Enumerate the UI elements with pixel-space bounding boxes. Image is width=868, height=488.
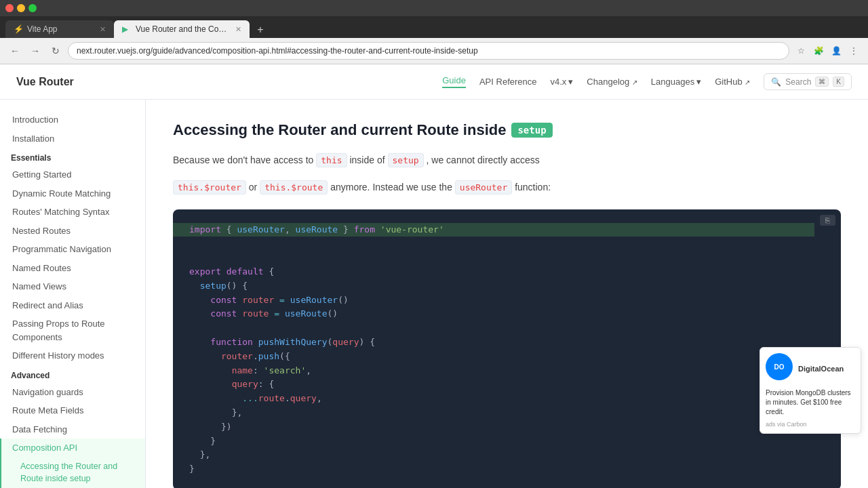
kbd-ctrl: ⌘ — [815, 77, 829, 87]
sidebar-item-routes-matching[interactable]: Routes' Matching Syntax — [0, 203, 145, 222]
top-navigation: Vue Router Guide API Reference v4.x ▾ Ch… — [0, 64, 868, 100]
intro-paragraph-1: Because we don't have access to this ins… — [173, 152, 841, 169]
minimize-window-btn[interactable] — [17, 4, 25, 12]
inline-code-this-router: this.$router — [173, 180, 246, 195]
page-title: Accessing the Router and current Route i… — [173, 121, 841, 139]
chevron-down-icon: ▾ — [568, 77, 573, 87]
main-area: Introduction Installation Essentials Get… — [0, 100, 868, 488]
tab-vite-title: Vite App — [27, 24, 96, 34]
sidebar-item-named-routes[interactable]: Named Routes — [0, 259, 145, 278]
address-bar[interactable] — [68, 42, 789, 60]
sidebar-section-advanced: Advanced — [0, 365, 145, 383]
sidebar-item-dynamic-route[interactable]: Dynamic Route Matching — [0, 184, 145, 203]
tab-vite-close[interactable]: ✕ — [100, 25, 106, 34]
nav-languages[interactable]: Languages ▾ — [651, 77, 701, 87]
sidebar-item-nested-routes[interactable]: Nested Routes — [0, 222, 145, 241]
close-window-btn[interactable] — [5, 4, 14, 12]
browser-tabs-bar: ⚡ Vite App ✕ ▶ Vue Router and the Compos… — [0, 16, 868, 38]
ad-text: Provision MongoDB clusters in minutes. G… — [766, 388, 855, 417]
external-link-icon: ↗ — [745, 79, 750, 86]
sidebar: Introduction Installation Essentials Get… — [0, 100, 146, 488]
sidebar-item-diff-history[interactable]: Different History modes — [0, 346, 145, 365]
sidebar-section-essentials: Essentials — [0, 148, 145, 165]
new-tab-button[interactable]: + — [252, 22, 269, 38]
search-box[interactable]: 🔍 Search ⌘ K — [764, 73, 852, 90]
ad-footer: ads via Carbon — [766, 421, 855, 428]
menu-button[interactable]: ⋮ — [846, 43, 861, 58]
sidebar-item-introduction[interactable]: Introduction — [0, 110, 145, 129]
page-title-text: Accessing the Router and current Route i… — [173, 121, 506, 139]
code-copy-button-1[interactable]: ⎘ — [820, 215, 835, 226]
external-link-icon: ↗ — [632, 79, 637, 86]
reload-button[interactable]: ↻ — [47, 43, 64, 59]
vite-favicon: ⚡ — [14, 24, 23, 34]
nav-api-reference[interactable]: API Reference — [479, 77, 537, 87]
back-button[interactable]: ← — [7, 43, 23, 59]
sidebar-item-named-views[interactable]: Named Views — [0, 277, 145, 296]
forward-button[interactable]: → — [27, 43, 43, 59]
search-label: Search — [785, 77, 811, 87]
intro-paragraph-2: this.$router or this.$route anymore. Ins… — [173, 180, 841, 196]
tab-vite[interactable]: ⚡ Vite App ✕ — [5, 20, 114, 38]
chevron-down-icon: ▾ — [696, 77, 701, 87]
sidebar-item-redirect-alias[interactable]: Redirect and Alias — [0, 296, 145, 315]
ad-logo: DO — [766, 353, 793, 380]
ad-widget: DO DigitalOcean Provision MongoDB cluste… — [760, 347, 861, 434]
sidebar-item-programmatic[interactable]: Programmatic Navigation — [0, 240, 145, 259]
inline-code-setup: setup — [388, 153, 424, 167]
sidebar-item-getting-started[interactable]: Getting Started — [0, 165, 145, 184]
kbd-key: K — [833, 77, 844, 87]
nav-github[interactable]: GitHub ↗ — [715, 77, 750, 87]
brand-logo: Vue Router — [16, 76, 74, 88]
code-block-1: ⎘ import { useRouter, useRoute } from 'v… — [173, 209, 841, 488]
tab-vue-router-close[interactable]: ✕ — [235, 25, 241, 34]
sidebar-item-installation[interactable]: Installation — [0, 129, 145, 148]
sidebar-item-composition-api[interactable]: Composition API — [0, 439, 145, 458]
window-controls — [0, 0, 868, 16]
search-icon: 🔍 — [771, 77, 781, 87]
profile-button[interactable]: 👤 — [829, 43, 844, 58]
browser-window: ⚡ Vite App ✕ ▶ Vue Router and the Compos… — [0, 0, 868, 64]
maximize-window-btn[interactable] — [28, 4, 37, 12]
sidebar-item-accessing-router[interactable]: Accessing the Router and Route inside se… — [0, 458, 145, 489]
inline-code-this: this — [316, 153, 347, 167]
nav-guide[interactable]: Guide — [442, 75, 466, 88]
toolbar-actions: ☆ 🧩 👤 ⋮ — [793, 43, 861, 58]
bookmark-button[interactable]: ☆ — [793, 43, 808, 58]
ad-title: DigitalOcean — [798, 365, 844, 373]
browser-toolbar: ← → ↻ ☆ 🧩 👤 ⋮ — [0, 38, 868, 64]
sidebar-item-route-meta[interactable]: Route Meta Fields — [0, 401, 145, 420]
inline-code-this-route: this.$route — [260, 180, 328, 195]
page-title-code: setup — [511, 123, 552, 138]
tab-vue-router-title: Vue Router and the Compositi... — [136, 24, 231, 34]
sidebar-item-passing-props[interactable]: Passing Props to Route Components — [0, 314, 145, 346]
nav-version[interactable]: v4.x ▾ — [551, 77, 574, 87]
inline-code-userouter: useRouter — [455, 180, 512, 195]
extensions-button[interactable]: 🧩 — [811, 43, 826, 58]
code-pre-1: import { useRouter, useRoute } from 'vue… — [189, 223, 798, 476]
code-block-1-inner: import { useRouter, useRoute } from 'vue… — [173, 209, 814, 488]
sidebar-item-nav-guards[interactable]: Navigation guards — [0, 383, 145, 402]
nav-links: Guide API Reference v4.x ▾ Changelog ↗ L… — [442, 73, 852, 90]
page: Vue Router Guide API Reference v4.x ▾ Ch… — [0, 64, 868, 488]
tab-vue-router[interactable]: ▶ Vue Router and the Compositi... ✕ — [114, 20, 250, 38]
nav-changelog[interactable]: Changelog ↗ — [587, 77, 637, 87]
vue-router-favicon: ▶ — [122, 24, 132, 34]
sidebar-item-data-fetching[interactable]: Data Fetching — [0, 420, 145, 439]
